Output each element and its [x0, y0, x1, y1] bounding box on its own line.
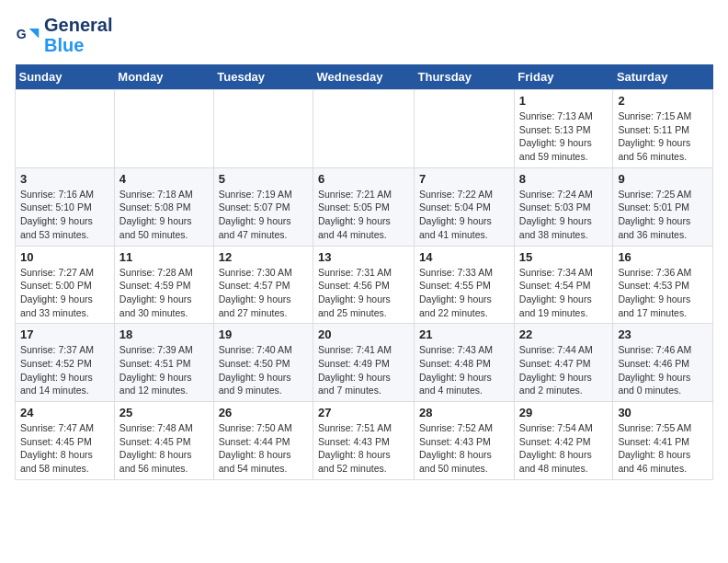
day-number: 12 [219, 250, 308, 264]
day-info: Sunrise: 7:13 AMSunset: 5:13 PMDaylight:… [519, 109, 609, 164]
calendar-cell: 18Sunrise: 7:39 AMSunset: 4:51 PMDayligh… [114, 324, 213, 402]
weekday-header-row: SundayMondayTuesdayWednesdayThursdayFrid… [16, 64, 713, 90]
calendar-cell: 6Sunrise: 7:21 AMSunset: 5:05 PMDaylight… [313, 167, 415, 246]
weekday-header-cell: Sunday [16, 64, 115, 90]
weekday-header-cell: Tuesday [213, 64, 313, 90]
calendar-cell: 20Sunrise: 7:41 AMSunset: 4:49 PMDayligh… [313, 324, 415, 402]
calendar-cell: 15Sunrise: 7:34 AMSunset: 4:54 PMDayligh… [514, 246, 613, 324]
calendar-cell: 24Sunrise: 7:47 AMSunset: 4:45 PMDayligh… [16, 402, 115, 480]
calendar-cell: 26Sunrise: 7:50 AMSunset: 4:44 PMDayligh… [213, 402, 313, 480]
day-number: 2 [618, 94, 708, 108]
calendar-cell: 2Sunrise: 7:15 AMSunset: 5:11 PMDaylight… [613, 90, 713, 168]
day-number: 5 [219, 172, 308, 186]
day-info: Sunrise: 7:55 AMSunset: 4:41 PMDaylight:… [618, 421, 708, 476]
calendar-cell: 23Sunrise: 7:46 AMSunset: 4:46 PMDayligh… [613, 324, 713, 402]
logo-text: General Blue [44, 15, 112, 55]
day-number: 27 [318, 406, 409, 419]
calendar-cell: 4Sunrise: 7:18 AMSunset: 5:08 PMDaylight… [114, 167, 213, 246]
calendar-cell: 21Sunrise: 7:43 AMSunset: 4:48 PMDayligh… [415, 324, 515, 402]
day-info: Sunrise: 7:19 AMSunset: 5:07 PMDaylight:… [219, 188, 308, 242]
calendar-cell [415, 90, 515, 168]
calendar-cell: 12Sunrise: 7:30 AMSunset: 4:57 PMDayligh… [213, 246, 313, 324]
day-info: Sunrise: 7:47 AMSunset: 4:45 PMDaylight:… [20, 421, 109, 476]
day-number: 22 [519, 327, 609, 341]
calendar-table: SundayMondayTuesdayWednesdayThursdayFrid… [15, 64, 713, 480]
day-info: Sunrise: 7:40 AMSunset: 4:50 PMDaylight:… [219, 343, 308, 397]
day-info: Sunrise: 7:34 AMSunset: 4:54 PMDaylight:… [519, 266, 609, 320]
day-number: 30 [618, 406, 708, 419]
day-info: Sunrise: 7:31 AMSunset: 4:56 PMDaylight:… [318, 266, 409, 320]
day-info: Sunrise: 7:41 AMSunset: 4:49 PMDaylight:… [318, 343, 409, 397]
calendar-cell: 25Sunrise: 7:48 AMSunset: 4:45 PMDayligh… [114, 402, 213, 480]
svg-marker-2 [29, 29, 40, 39]
calendar-week-row: 1Sunrise: 7:13 AMSunset: 5:13 PMDaylight… [16, 90, 713, 168]
calendar-cell: 19Sunrise: 7:40 AMSunset: 4:50 PMDayligh… [213, 324, 313, 402]
calendar-cell: 28Sunrise: 7:52 AMSunset: 4:43 PMDayligh… [415, 402, 515, 480]
calendar-cell [114, 90, 213, 168]
day-number: 3 [20, 172, 109, 186]
day-number: 11 [119, 250, 209, 264]
day-number: 4 [119, 172, 209, 186]
day-info: Sunrise: 7:18 AMSunset: 5:08 PMDaylight:… [119, 188, 209, 242]
calendar-week-row: 10Sunrise: 7:27 AMSunset: 5:00 PMDayligh… [16, 246, 713, 324]
page-header: G General Blue [15, 15, 713, 55]
day-number: 23 [618, 327, 708, 341]
day-number: 17 [20, 327, 109, 341]
day-number: 14 [419, 250, 509, 264]
weekday-header-cell: Friday [514, 64, 613, 90]
calendar-cell: 27Sunrise: 7:51 AMSunset: 4:43 PMDayligh… [313, 402, 415, 480]
day-info: Sunrise: 7:37 AMSunset: 4:52 PMDaylight:… [20, 343, 109, 397]
calendar-cell: 13Sunrise: 7:31 AMSunset: 4:56 PMDayligh… [313, 246, 415, 324]
day-info: Sunrise: 7:16 AMSunset: 5:10 PMDaylight:… [20, 188, 109, 242]
weekday-header-cell: Wednesday [313, 64, 415, 90]
day-info: Sunrise: 7:21 AMSunset: 5:05 PMDaylight:… [318, 188, 409, 242]
calendar-cell: 14Sunrise: 7:33 AMSunset: 4:55 PMDayligh… [415, 246, 515, 324]
day-number: 10 [20, 250, 109, 264]
svg-text:G: G [17, 27, 27, 41]
calendar-cell: 11Sunrise: 7:28 AMSunset: 4:59 PMDayligh… [114, 246, 213, 324]
day-info: Sunrise: 7:50 AMSunset: 4:44 PMDaylight:… [219, 421, 308, 476]
calendar-cell: 29Sunrise: 7:54 AMSunset: 4:42 PMDayligh… [514, 402, 613, 480]
day-number: 13 [318, 250, 409, 264]
weekday-header-cell: Monday [114, 64, 213, 90]
day-info: Sunrise: 7:28 AMSunset: 4:59 PMDaylight:… [119, 266, 209, 320]
calendar-week-row: 24Sunrise: 7:47 AMSunset: 4:45 PMDayligh… [16, 402, 713, 480]
day-number: 15 [519, 250, 609, 264]
day-number: 28 [419, 406, 509, 419]
day-info: Sunrise: 7:52 AMSunset: 4:43 PMDaylight:… [419, 421, 509, 476]
day-info: Sunrise: 7:44 AMSunset: 4:47 PMDaylight:… [519, 343, 609, 397]
day-number: 16 [618, 250, 708, 264]
day-info: Sunrise: 7:39 AMSunset: 4:51 PMDaylight:… [119, 343, 209, 397]
day-number: 25 [119, 406, 209, 419]
day-number: 9 [618, 172, 708, 186]
day-info: Sunrise: 7:15 AMSunset: 5:11 PMDaylight:… [618, 109, 708, 164]
calendar-cell: 1Sunrise: 7:13 AMSunset: 5:13 PMDaylight… [514, 90, 613, 168]
day-number: 8 [519, 172, 609, 186]
day-number: 1 [519, 94, 609, 108]
calendar-cell: 5Sunrise: 7:19 AMSunset: 5:07 PMDaylight… [213, 167, 313, 246]
day-info: Sunrise: 7:24 AMSunset: 5:03 PMDaylight:… [519, 188, 609, 242]
day-info: Sunrise: 7:43 AMSunset: 4:48 PMDaylight:… [419, 343, 509, 397]
day-info: Sunrise: 7:36 AMSunset: 4:53 PMDaylight:… [618, 266, 708, 320]
day-number: 24 [20, 406, 109, 419]
day-info: Sunrise: 7:48 AMSunset: 4:45 PMDaylight:… [119, 421, 209, 476]
calendar-cell [313, 90, 415, 168]
day-info: Sunrise: 7:33 AMSunset: 4:55 PMDaylight:… [419, 266, 509, 320]
calendar-cell: 22Sunrise: 7:44 AMSunset: 4:47 PMDayligh… [514, 324, 613, 402]
calendar-cell: 8Sunrise: 7:24 AMSunset: 5:03 PMDaylight… [514, 167, 613, 246]
day-info: Sunrise: 7:54 AMSunset: 4:42 PMDaylight:… [519, 421, 609, 476]
day-info: Sunrise: 7:30 AMSunset: 4:57 PMDaylight:… [219, 266, 308, 320]
calendar-cell [16, 90, 115, 168]
weekday-header-cell: Saturday [613, 64, 713, 90]
calendar-cell: 30Sunrise: 7:55 AMSunset: 4:41 PMDayligh… [613, 402, 713, 480]
day-info: Sunrise: 7:22 AMSunset: 5:04 PMDaylight:… [419, 188, 509, 242]
calendar-body: 1Sunrise: 7:13 AMSunset: 5:13 PMDaylight… [16, 90, 713, 480]
day-number: 20 [318, 327, 409, 341]
day-number: 6 [318, 172, 409, 186]
calendar-cell: 16Sunrise: 7:36 AMSunset: 4:53 PMDayligh… [613, 246, 713, 324]
weekday-header-cell: Thursday [415, 64, 515, 90]
day-info: Sunrise: 7:27 AMSunset: 5:00 PMDaylight:… [20, 266, 109, 320]
calendar-cell: 3Sunrise: 7:16 AMSunset: 5:10 PMDaylight… [16, 167, 115, 246]
day-info: Sunrise: 7:46 AMSunset: 4:46 PMDaylight:… [618, 343, 708, 397]
day-info: Sunrise: 7:25 AMSunset: 5:01 PMDaylight:… [618, 188, 708, 242]
